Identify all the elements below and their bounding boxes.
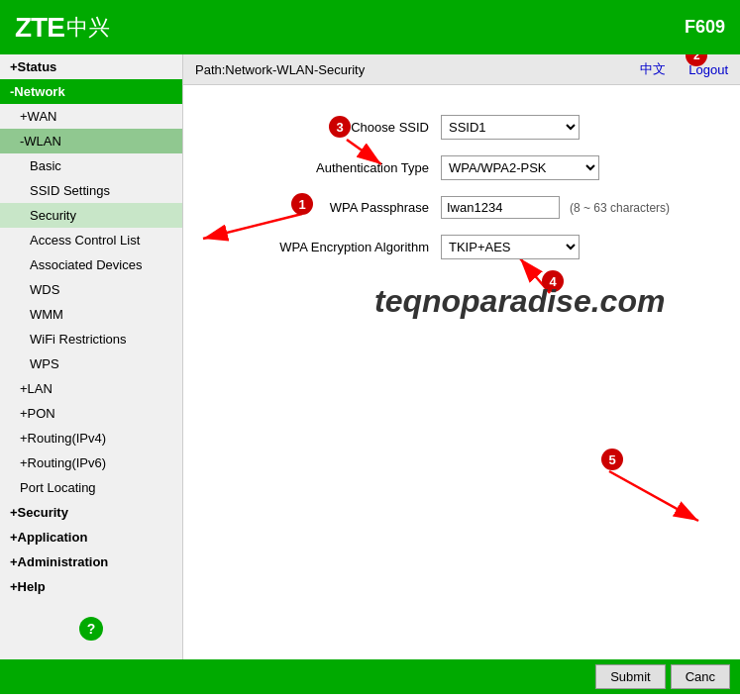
logo: ZTE 中兴 (15, 12, 110, 44)
bottom-bar: Submit Canc (0, 659, 740, 694)
svg-line-4 (609, 471, 698, 521)
path-bar: Path:Network-WLAN-Security 中文 Logout 2 (183, 54, 740, 85)
sidebar-item-wds[interactable]: WDS (0, 277, 182, 302)
choose-ssid-row: Choose SSID SSID1SSID2SSID3SSID4 (223, 115, 700, 140)
sidebar-item-routing-ipv6[interactable]: +Routing(IPv6) (0, 450, 182, 475)
sidebar-item-security[interactable]: Security (0, 203, 182, 228)
sidebar-item-wan[interactable]: +WAN (0, 104, 182, 129)
choose-ssid-select[interactable]: SSID1SSID2SSID3SSID4 (441, 115, 580, 140)
wpa-encryption-select[interactable]: TKIP+AESTKIPAES (441, 235, 580, 259)
sidebar-item-status[interactable]: +Status (0, 54, 182, 79)
sidebar-item-basic[interactable]: Basic (0, 153, 182, 178)
path-text: Path:Network-WLAN-Security (195, 62, 365, 77)
watermark: teqnoparadise.com (374, 283, 665, 320)
sidebar-item-help[interactable]: +Help (0, 574, 182, 599)
sidebar-item-routing-ipv4[interactable]: +Routing(IPv4) (0, 426, 182, 450)
sidebar-item-security-section[interactable]: +Security (0, 500, 182, 525)
sidebar: +Status -Network +WAN -WLAN Basic SSID S… (0, 54, 183, 659)
logo-chinese: 中兴 (66, 13, 110, 43)
model-number: F609 (685, 17, 725, 38)
cancel-button[interactable]: Canc (671, 664, 730, 689)
sidebar-item-pon[interactable]: +PON (0, 401, 182, 426)
form-area: Choose SSID SSID1SSID2SSID3SSID4 Authent… (183, 85, 740, 305)
sidebar-item-wps[interactable]: WPS (0, 351, 182, 376)
auth-type-select[interactable]: WPA/WPA2-PSKWPA-PSKWPA2-PSKNone (441, 155, 599, 180)
sidebar-item-associated-devices[interactable]: Associated Devices (0, 252, 182, 277)
svg-text:5: 5 (608, 452, 615, 467)
sidebar-item-network[interactable]: -Network (0, 79, 182, 104)
chinese-link[interactable]: 中文 (640, 60, 666, 78)
sidebar-item-administration[interactable]: +Administration (0, 550, 182, 574)
submit-button[interactable]: Submit (595, 664, 665, 689)
sidebar-item-application[interactable]: +Application (0, 525, 182, 550)
wpa-passphrase-row: WPA Passphrase (8 ~ 63 characters) (223, 196, 700, 219)
wpa-passphrase-hint: (8 ~ 63 characters) (570, 201, 670, 215)
wpa-encryption-label: WPA Encryption Algorithm (223, 240, 441, 254)
main-layout: +Status -Network +WAN -WLAN Basic SSID S… (0, 54, 740, 659)
svg-point-11 (601, 449, 623, 470)
sidebar-item-wlan[interactable]: -WLAN (0, 129, 182, 153)
auth-type-label: Authentication Type (223, 160, 441, 175)
help-button[interactable]: ? (79, 617, 103, 641)
form-container: 1 3 4 5 Choose SSID SSID1SSID2SSID3SSID4 (183, 85, 740, 305)
sidebar-item-port-locating[interactable]: Port Locating (0, 475, 182, 500)
header: ZTE 中兴 F609 (0, 0, 740, 54)
sidebar-item-ssid-settings[interactable]: SSID Settings (0, 178, 182, 203)
wpa-passphrase-input[interactable] (441, 196, 560, 219)
wpa-passphrase-label: WPA Passphrase (223, 200, 441, 215)
choose-ssid-label: Choose SSID (223, 120, 441, 135)
sidebar-item-wifi-restrictions[interactable]: WiFi Restrictions (0, 327, 182, 351)
sidebar-item-access-control[interactable]: Access Control List (0, 228, 182, 252)
auth-type-row: Authentication Type WPA/WPA2-PSKWPA-PSKW… (223, 155, 700, 180)
sidebar-item-wmm[interactable]: WMM (0, 302, 182, 327)
content-area: Path:Network-WLAN-Security 中文 Logout 2 (183, 54, 740, 659)
logo-zte: ZTE (15, 12, 64, 44)
wpa-encryption-row: WPA Encryption Algorithm TKIP+AESTKIPAES (223, 235, 700, 259)
sidebar-item-lan[interactable]: +LAN (0, 376, 182, 401)
